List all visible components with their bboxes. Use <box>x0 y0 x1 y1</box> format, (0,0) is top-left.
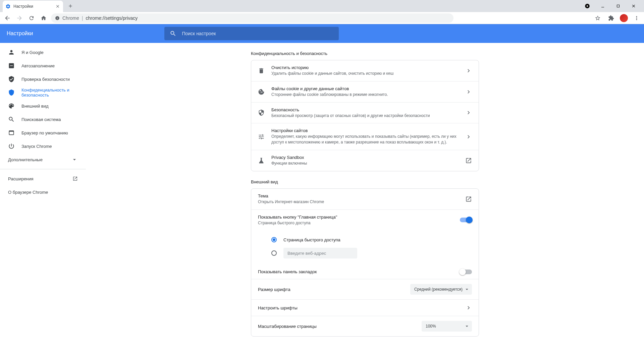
appearance-card: Тема Открыть Интернет-магазин Chrome Пок… <box>251 188 479 337</box>
row-title: Показывать кнопку "Главная страница" <box>258 215 453 220</box>
row-font-size: Размер шрифта Средний (рекомендуется) <box>251 279 479 299</box>
sidebar-item-on-startup[interactable]: Запуск Chrome <box>0 139 82 153</box>
profile-avatar[interactable] <box>620 14 628 22</box>
home-button[interactable] <box>39 13 48 23</box>
open-external-icon <box>465 196 472 202</box>
settings-search-input[interactable] <box>182 31 333 36</box>
browser-tab[interactable]: Настройки <box>3 1 63 12</box>
chevron-right-icon <box>465 89 472 95</box>
shield-check-icon <box>8 76 15 82</box>
reload-button[interactable] <box>27 13 36 23</box>
settings-search[interactable] <box>164 27 339 40</box>
home-url-input[interactable] <box>283 248 357 258</box>
sidebar-about[interactable]: О браузере Chrome <box>0 185 86 199</box>
sidebar-item-privacy[interactable]: Конфиденциальность и безопасность <box>0 86 82 99</box>
about-label: О браузере Chrome <box>8 190 48 195</box>
settings-title: Настройки <box>7 31 33 37</box>
sidebar-item-autofill[interactable]: Автозаполнение <box>0 59 82 72</box>
sidebar-advanced[interactable]: Дополнительные <box>0 153 86 166</box>
radio-button[interactable] <box>271 237 277 242</box>
window-close-button[interactable] <box>626 1 641 11</box>
address-bar[interactable]: Chrome | chrome://settings/privacy <box>51 13 453 23</box>
browser-toolbar: Chrome | chrome://settings/privacy <box>0 12 644 24</box>
dropdown-arrow-icon <box>464 286 470 292</box>
cookie-icon <box>258 89 265 95</box>
font-size-dropdown[interactable]: Средний (рекомендуется) <box>410 284 472 295</box>
row-subtitle: Сторонние файлы cookie заблокированы в р… <box>271 92 459 98</box>
row-title: Privacy Sandbox <box>271 155 459 160</box>
dropdown-value: 100% <box>426 324 436 329</box>
row-title: Тема <box>258 193 459 198</box>
row-title: Очистить историю <box>271 65 459 70</box>
row-cookies[interactable]: Файлы cookie и другие данные сайтов Стор… <box>251 81 479 102</box>
row-security[interactable]: Безопасность Безопасный просмотр (защита… <box>251 102 479 123</box>
sidebar-extensions[interactable]: Расширения <box>0 172 86 185</box>
back-button[interactable] <box>3 13 12 23</box>
row-subtitle: Страница быстрого доступа <box>258 220 453 226</box>
site-info-icon <box>55 16 60 20</box>
search-icon <box>8 116 15 123</box>
sidebar-item-label: Внешний вид <box>21 104 49 109</box>
shield-icon <box>8 89 15 96</box>
bookmarks-bar-toggle[interactable] <box>460 270 472 274</box>
chevron-right-icon <box>465 133 472 140</box>
youtube-music-icon[interactable] <box>580 1 595 11</box>
sidebar-item-label: Конфиденциальность и безопасность <box>21 87 74 98</box>
sidebar: Я и Google Автозаполнение Проверка безоп… <box>0 43 86 352</box>
settings-header: Настройки <box>0 24 644 43</box>
row-title: Безопасность <box>271 107 459 112</box>
extensions-label: Расширения <box>8 176 34 181</box>
url-text: chrome://settings/privacy <box>86 15 138 21</box>
radio-button[interactable] <box>271 250 277 256</box>
forward-button[interactable] <box>15 13 24 23</box>
sidebar-item-label: Я и Google <box>21 50 44 55</box>
bookmark-star-button[interactable] <box>593 13 602 23</box>
content: Конфиденциальность и безопасность Очисти… <box>86 43 644 352</box>
sidebar-item-search-engine[interactable]: Поисковая система <box>0 113 82 126</box>
row-privacy-sandbox[interactable]: Privacy Sandbox Функции включены <box>251 150 479 171</box>
sidebar-item-you-and-google[interactable]: Я и Google <box>0 46 82 59</box>
divider <box>0 169 86 169</box>
chevron-right-icon <box>465 109 472 116</box>
radio-custom-url[interactable] <box>271 246 472 260</box>
dropdown-value: Средний (рекомендуется) <box>414 287 463 292</box>
row-theme[interactable]: Тема Открыть Интернет-магазин Chrome <box>251 189 479 210</box>
section-title-appearance: Внешний вид <box>251 179 479 184</box>
flask-icon <box>258 157 265 164</box>
zoom-dropdown[interactable]: 100% <box>422 321 472 332</box>
home-button-toggle[interactable] <box>460 218 472 222</box>
window-minimize-button[interactable] <box>595 1 610 11</box>
row-page-zoom: Масштабирование страницы 100% <box>251 316 479 336</box>
new-tab-button[interactable] <box>66 1 75 11</box>
power-icon <box>8 143 15 150</box>
window-maximize-button[interactable] <box>610 1 626 11</box>
row-subtitle: Безопасный просмотр (защита от опасных с… <box>271 113 459 119</box>
chevron-right-icon <box>465 304 472 311</box>
dropdown-arrow-icon <box>464 323 470 329</box>
row-subtitle: Функции включены <box>271 161 459 166</box>
url-scheme-label: Chrome <box>62 15 79 21</box>
sidebar-item-default-browser[interactable]: Браузер по умолчанию <box>0 126 82 139</box>
sidebar-item-safety-check[interactable]: Проверка безопасности <box>0 72 82 86</box>
row-title: Файлы cookie и другие данные сайтов <box>271 86 459 91</box>
row-clear-browsing-data[interactable]: Очистить историю Удалить файлы cookie и … <box>251 60 479 81</box>
search-icon <box>170 30 176 37</box>
tab-close-button[interactable] <box>55 4 60 9</box>
row-title: Настроить шрифты <box>258 305 459 310</box>
privacy-card: Очистить историю Удалить файлы cookie и … <box>251 60 479 171</box>
browser-menu-button[interactable] <box>632 13 641 23</box>
sidebar-item-label: Автозаполнение <box>21 63 55 68</box>
row-title: Масштабирование страницы <box>258 324 415 329</box>
extensions-button[interactable] <box>606 13 616 23</box>
section-title-privacy: Конфиденциальность и безопасность <box>251 51 479 56</box>
open-external-icon <box>465 157 472 164</box>
sidebar-item-label: Поисковая система <box>21 117 61 122</box>
open-external-icon <box>72 176 78 181</box>
row-site-settings[interactable]: Настройки сайтов Определяет, какую инфор… <box>251 123 479 150</box>
sidebar-item-appearance[interactable]: Внешний вид <box>0 99 82 113</box>
radio-ntp[interactable]: Страница быстрого доступа <box>271 233 472 246</box>
window-controls <box>580 1 641 11</box>
palette-icon <box>8 103 15 109</box>
trash-icon <box>258 67 265 74</box>
row-customize-fonts[interactable]: Настроить шрифты <box>251 299 479 316</box>
